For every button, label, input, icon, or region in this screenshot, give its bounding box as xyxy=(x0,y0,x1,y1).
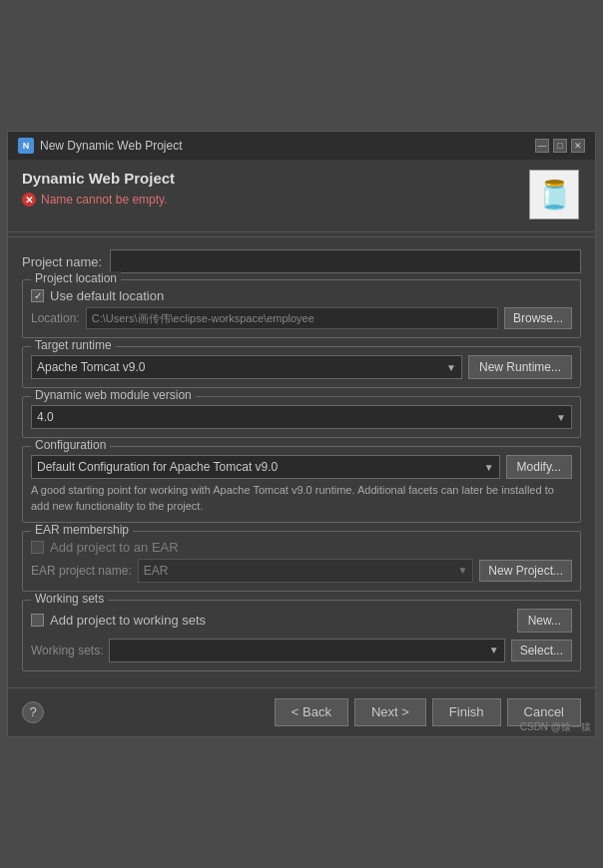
ear-membership-group-label: EAR membership xyxy=(31,523,133,537)
working-sets-select-row: Working sets: ▼ Select... xyxy=(31,639,572,662)
project-name-input[interactable] xyxy=(110,249,581,273)
location-input[interactable] xyxy=(86,307,498,329)
bottom-bar: ? < Back Next > Finish Cancel CSDN @猿一猿 xyxy=(8,687,595,736)
header-icon-emoji: 🫙 xyxy=(537,179,572,212)
new-working-set-button[interactable]: New... xyxy=(517,609,572,633)
ear-project-arrow: ▼ xyxy=(457,565,467,576)
working-sets-group-label: Working sets xyxy=(31,592,108,606)
web-module-version-group-label: Dynamic web module version xyxy=(31,388,196,402)
ear-checkbox[interactable] xyxy=(31,541,44,554)
target-runtime-arrow: ▼ xyxy=(446,362,456,373)
location-label: Location: xyxy=(31,311,80,325)
location-row: Location: Browse... xyxy=(31,307,572,329)
content-area: Project name: Project location Use defau… xyxy=(8,241,595,687)
title-bar: N New Dynamic Web Project — □ ✕ xyxy=(8,132,595,160)
use-default-location-row: Use default location xyxy=(31,288,572,303)
working-sets-group: Working sets Add project to working sets… xyxy=(22,600,581,671)
error-text: Name cannot be empty. xyxy=(41,193,168,207)
title-bar-buttons: — □ ✕ xyxy=(535,139,585,153)
ear-project-select[interactable]: EAR ▼ xyxy=(138,559,474,583)
project-name-label: Project name: xyxy=(22,254,102,269)
configuration-select-row: Default Configuration for Apache Tomcat … xyxy=(31,455,572,479)
error-icon: ✕ xyxy=(22,193,36,207)
error-row: ✕ Name cannot be empty. xyxy=(22,193,529,207)
project-location-group-label: Project location xyxy=(31,271,121,285)
configuration-select[interactable]: Default Configuration for Apache Tomcat … xyxy=(31,455,500,479)
target-runtime-select[interactable]: Apache Tomcat v9.0 ▼ xyxy=(31,355,462,379)
working-sets-label: Working sets: xyxy=(31,644,103,657)
browse-button[interactable]: Browse... xyxy=(504,307,572,329)
new-runtime-button[interactable]: New Runtime... xyxy=(468,355,572,379)
window-title: New Dynamic Web Project xyxy=(40,139,529,153)
configuration-value: Default Configuration for Apache Tomcat … xyxy=(37,460,278,474)
target-runtime-value: Apache Tomcat v9.0 xyxy=(37,360,146,374)
finish-button[interactable]: Finish xyxy=(432,698,501,726)
working-sets-select[interactable]: ▼ xyxy=(109,639,504,662)
ear-project-label: EAR project name: xyxy=(31,564,132,578)
target-runtime-group: Target runtime Apache Tomcat v9.0 ▼ New … xyxy=(22,346,581,388)
header-icon-img: 🫙 xyxy=(529,170,579,219)
window-icon: N xyxy=(18,138,34,154)
select-working-sets-button[interactable]: Select... xyxy=(511,640,572,661)
main-window: N New Dynamic Web Project — □ ✕ Dynamic … xyxy=(7,131,596,737)
next-button[interactable]: Next > xyxy=(354,698,426,726)
working-sets-arrow: ▼ xyxy=(489,645,499,655)
project-location-group: Project location Use default location Lo… xyxy=(22,279,581,338)
configuration-arrow: ▼ xyxy=(484,462,494,473)
target-runtime-group-label: Target runtime xyxy=(31,338,116,352)
header-section: Dynamic Web Project ✕ Name cannot be emp… xyxy=(8,160,595,232)
help-button[interactable]: ? xyxy=(22,701,44,723)
use-default-location-checkbox[interactable] xyxy=(31,289,44,302)
use-default-location-label: Use default location xyxy=(50,288,164,303)
web-module-version-value: 4.0 xyxy=(37,410,54,424)
modify-button[interactable]: Modify... xyxy=(506,455,572,479)
ear-project-value: EAR xyxy=(144,564,169,578)
web-module-version-group: Dynamic web module version 4.0 ▼ xyxy=(22,396,581,438)
web-module-version-select[interactable]: 4.0 ▼ xyxy=(31,405,572,429)
configuration-group-label: Configuration xyxy=(31,438,110,452)
header-left: Dynamic Web Project ✕ Name cannot be emp… xyxy=(22,170,529,207)
header-icon-container: 🫙 xyxy=(529,170,581,221)
web-module-version-arrow: ▼ xyxy=(556,412,566,423)
page-title: Dynamic Web Project xyxy=(22,170,529,187)
watermark: CSDN @猿一猿 xyxy=(520,720,591,734)
working-sets-checkbox-row: Add project to working sets xyxy=(31,613,206,628)
working-sets-checkbox-label: Add project to working sets xyxy=(50,613,206,628)
back-button[interactable]: < Back xyxy=(275,698,348,726)
working-sets-checkbox[interactable] xyxy=(31,614,44,627)
maximize-button[interactable]: □ xyxy=(553,139,567,153)
project-name-row: Project name: xyxy=(22,249,581,273)
target-runtime-select-row: Apache Tomcat v9.0 ▼ New Runtime... xyxy=(31,355,572,379)
configuration-group: Configuration Default Configuration for … xyxy=(22,446,581,523)
ear-checkbox-row: Add project to an EAR xyxy=(31,540,572,555)
minimize-button[interactable]: — xyxy=(535,139,549,153)
ear-membership-group: EAR membership Add project to an EAR EAR… xyxy=(22,531,581,592)
new-project-button[interactable]: New Project... xyxy=(479,560,572,582)
ear-project-name-row: EAR project name: EAR ▼ New Project... xyxy=(31,559,572,583)
configuration-description: A good starting point for working with A… xyxy=(31,483,572,514)
close-button[interactable]: ✕ xyxy=(571,139,585,153)
ear-checkbox-label: Add project to an EAR xyxy=(50,540,179,555)
